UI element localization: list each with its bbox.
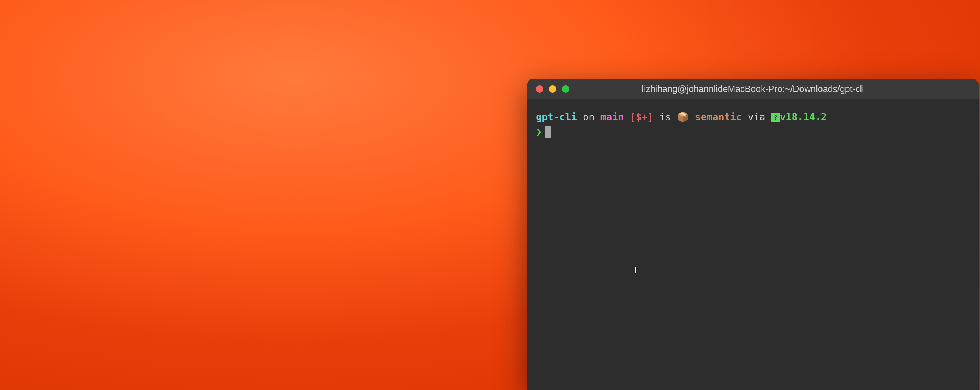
prompt-directory: gpt-cli <box>536 111 577 123</box>
package-icon: 📦 <box>677 111 689 123</box>
prompt-is-text: is <box>659 111 677 123</box>
prompt-node-version: v18.14.2 <box>780 111 827 123</box>
maximize-button[interactable] <box>562 85 570 93</box>
text-cursor-icon: I <box>634 261 637 278</box>
prompt-semver: semantic <box>695 111 748 123</box>
prompt-on-text: on <box>583 111 600 123</box>
node-icon: ? <box>771 113 780 122</box>
prompt-via-text: via <box>748 111 771 123</box>
prompt-git-status: [$+] <box>630 111 653 123</box>
terminal-cursor <box>545 126 550 138</box>
window-titlebar[interactable]: lizhihang@johannlideMacBook-Pro:~/Downlo… <box>527 79 978 99</box>
terminal-content[interactable]: gpt-cli on main [$+] is 📦 semantic via ?… <box>527 99 978 390</box>
prompt-symbol: ❯ <box>536 124 542 139</box>
close-button[interactable] <box>536 85 543 93</box>
traffic-lights <box>536 85 570 93</box>
window-title: lizhihang@johannlideMacBook-Pro:~/Downlo… <box>527 84 978 94</box>
terminal-window[interactable]: lizhihang@johannlideMacBook-Pro:~/Downlo… <box>527 79 978 390</box>
shell-input-line[interactable]: ❯ <box>536 124 970 139</box>
minimize-button[interactable] <box>549 85 557 93</box>
shell-prompt-line: gpt-cli on main [$+] is 📦 semantic via ?… <box>536 110 970 124</box>
prompt-branch: main <box>600 111 630 123</box>
